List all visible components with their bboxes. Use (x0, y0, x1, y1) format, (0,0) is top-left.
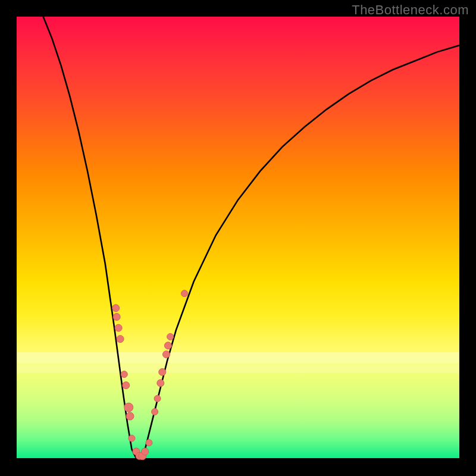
data-marker (146, 440, 152, 446)
data-marker (157, 380, 164, 387)
data-marker (117, 336, 124, 343)
data-marker (123, 382, 130, 389)
data-marker (121, 371, 127, 378)
data-markers (112, 290, 188, 460)
data-marker (167, 333, 174, 340)
bottleneck-curve (43, 17, 459, 458)
data-marker (126, 412, 134, 420)
data-marker (159, 368, 166, 375)
data-marker (112, 305, 120, 312)
data-marker (164, 342, 171, 349)
data-marker (129, 435, 135, 441)
data-marker (113, 314, 120, 321)
data-marker (115, 324, 122, 331)
chart-frame: TheBottleneck.com (0, 0, 476, 476)
plot-area (17, 17, 459, 458)
curve-layer (17, 17, 459, 458)
data-marker (154, 395, 161, 402)
data-marker (152, 409, 158, 415)
data-marker (124, 403, 133, 412)
data-marker (142, 448, 149, 455)
watermark-text: TheBottleneck.com (352, 2, 469, 18)
data-marker (181, 290, 187, 297)
data-marker (162, 351, 170, 358)
